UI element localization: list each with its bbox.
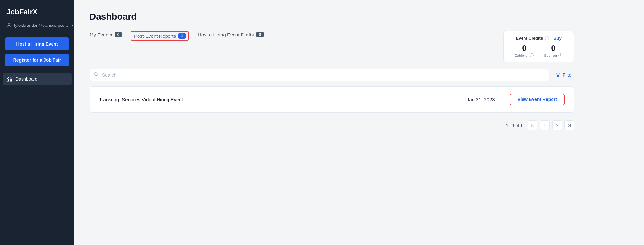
event-credits-box: Event Credits i Buy 0 Exhibitor i 0 bbox=[503, 31, 574, 62]
sidebar-item-dashboard-label: Dashboard bbox=[15, 77, 38, 82]
tab-my-events-badge: 0 bbox=[115, 32, 122, 37]
sidebar: JobFairX tyler.brandon@transcorpse... ▾ … bbox=[0, 0, 74, 245]
event-date: Jan 31, 2023 bbox=[452, 97, 510, 102]
last-page-button[interactable] bbox=[564, 120, 574, 130]
last-page-icon bbox=[567, 123, 571, 127]
tab-host-hiring-drafts-badge: 0 bbox=[256, 32, 264, 37]
tab-my-events[interactable]: My Events 0 bbox=[90, 32, 122, 40]
svg-marker-3 bbox=[556, 73, 560, 77]
tab-post-event-reports-badge: 1 bbox=[178, 33, 186, 39]
tab-post-event-reports[interactable]: Post-Event Reports 1 bbox=[131, 31, 189, 41]
event-name: Transcorp Services Virtual Hiring Event bbox=[99, 97, 452, 102]
filter-button[interactable]: Filter bbox=[554, 70, 574, 80]
pagination-row: 1 - 1 of 1 bbox=[90, 119, 574, 130]
exhibitor-label: Exhibitor i bbox=[515, 53, 534, 57]
page-title: Dashboard bbox=[90, 12, 574, 22]
svg-point-0 bbox=[8, 24, 10, 25]
filter-label: Filter bbox=[563, 72, 573, 77]
first-page-icon bbox=[531, 123, 534, 127]
sponsor-credit-col: 0 Sponsor i bbox=[544, 43, 562, 57]
view-event-report-button[interactable]: View Event Report bbox=[510, 94, 565, 105]
search-filter-row: Filter bbox=[90, 69, 574, 81]
table-row: Transcorp Services Virtual Hiring Event … bbox=[90, 87, 574, 112]
user-menu[interactable]: tyler.brandon@transcorpse... ▾ bbox=[0, 23, 74, 34]
event-credits-title: Event Credits i Buy bbox=[511, 36, 566, 41]
svg-point-1 bbox=[94, 73, 97, 76]
first-page-button[interactable] bbox=[528, 120, 537, 130]
home-icon bbox=[6, 76, 12, 82]
event-credits-info-icon[interactable]: i bbox=[545, 36, 549, 40]
tab-host-hiring-drafts-label: Host a Hiring Event Drafts bbox=[198, 32, 254, 37]
sponsor-label: Sponsor i bbox=[544, 53, 562, 57]
tab-host-hiring-drafts[interactable]: Host a Hiring Event Drafts 0 bbox=[198, 32, 263, 40]
next-page-icon bbox=[555, 123, 559, 127]
prev-page-icon bbox=[543, 123, 547, 127]
buy-credits-link[interactable]: Buy bbox=[553, 36, 562, 41]
sidebar-menu: Dashboard bbox=[0, 73, 74, 85]
event-table: Transcorp Services Virtual Hiring Event … bbox=[90, 86, 574, 113]
exhibitor-count: 0 bbox=[515, 43, 534, 53]
exhibitor-info-icon[interactable]: i bbox=[530, 53, 534, 57]
next-page-button[interactable] bbox=[552, 120, 562, 130]
event-credits-label: Event Credits bbox=[516, 36, 543, 41]
exhibitor-credit-col: 0 Exhibitor i bbox=[515, 43, 534, 57]
user-icon bbox=[6, 23, 12, 28]
main-content: Dashboard My Events 0 Post-Event Reports… bbox=[74, 0, 644, 245]
svg-line-2 bbox=[97, 75, 98, 77]
tab-my-events-label: My Events bbox=[90, 32, 112, 37]
sidebar-nav: Host a Hiring Event Register for a Job F… bbox=[0, 34, 74, 70]
tab-post-event-reports-label: Post-Event Reports bbox=[134, 33, 176, 39]
credits-row: 0 Exhibitor i 0 Sponsor i bbox=[511, 43, 566, 57]
sidebar-item-dashboard[interactable]: Dashboard bbox=[3, 73, 72, 85]
pagination-info: 1 - 1 of 1 bbox=[506, 123, 523, 128]
search-wrap bbox=[90, 69, 549, 81]
prev-page-button[interactable] bbox=[540, 120, 550, 130]
search-icon bbox=[93, 72, 99, 78]
user-email: tyler.brandon@transcorpse... bbox=[14, 23, 68, 28]
chevron-down-icon: ▾ bbox=[71, 23, 73, 28]
top-row: My Events 0 Post-Event Reports 1 Host a … bbox=[90, 31, 574, 62]
sponsor-count: 0 bbox=[544, 43, 562, 53]
register-job-fair-button[interactable]: Register for a Job Fair bbox=[5, 54, 69, 66]
filter-icon bbox=[555, 72, 561, 77]
app-logo: JobFairX bbox=[0, 0, 74, 23]
sponsor-info-icon[interactable]: i bbox=[558, 53, 562, 57]
search-input[interactable] bbox=[90, 69, 549, 81]
tabs: My Events 0 Post-Event Reports 1 Host a … bbox=[90, 31, 264, 41]
host-hiring-event-button[interactable]: Host a Hiring Event bbox=[5, 37, 69, 50]
